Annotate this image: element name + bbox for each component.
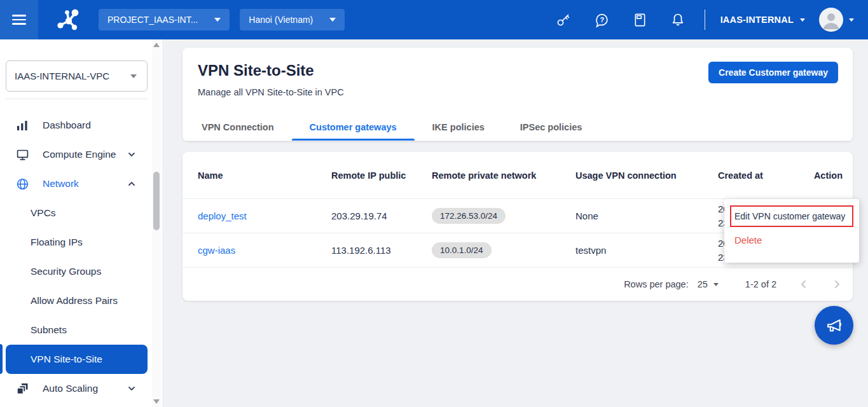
menu-item-delete[interactable]: Delete bbox=[724, 227, 859, 252]
feedback-fab-button[interactable] bbox=[815, 306, 853, 345]
support-chat-icon: ? bbox=[594, 12, 610, 28]
caret-down-icon bbox=[130, 74, 137, 78]
column-header-created-at: Created at bbox=[718, 170, 797, 181]
tab-bar: VPN Connection Customer gateways IKE pol… bbox=[183, 113, 853, 141]
pagination-bar: Rows per page: 25 1-2 of 2 bbox=[183, 267, 853, 301]
layered-squares-icon bbox=[15, 382, 30, 395]
avatar bbox=[819, 8, 843, 32]
app-logo[interactable] bbox=[38, 6, 99, 33]
app-logo-molecule-icon bbox=[55, 6, 82, 33]
notification-bell-icon bbox=[670, 12, 685, 27]
caret-down-icon bbox=[849, 18, 854, 22]
sidebar-divider bbox=[6, 99, 148, 99]
column-header-usage-vpn-connection: Usage VPN connection bbox=[575, 170, 718, 181]
chevron-right-icon bbox=[831, 279, 843, 290]
previous-page-button[interactable] bbox=[798, 279, 809, 290]
sidebar-item-subnets[interactable]: Subnets bbox=[0, 315, 151, 345]
documentation-button[interactable] bbox=[633, 13, 647, 27]
sidebar-item-label: Allow Address Pairs bbox=[31, 295, 118, 307]
scroll-up-arrow-icon[interactable] bbox=[153, 43, 160, 47]
project-selector[interactable]: PROJECT_IAAS-INT... bbox=[99, 9, 230, 31]
region-selector-label: Hanoi (Vietnam) bbox=[249, 15, 313, 25]
scroll-down-arrow-icon[interactable] bbox=[153, 399, 160, 404]
sidebar-item-label: Auto Scaling bbox=[43, 383, 98, 394]
account-label: IAAS-INTERNAL bbox=[720, 15, 794, 25]
sidebar-item-label: VPN Site-to-Site bbox=[31, 354, 102, 365]
topbar-divider bbox=[705, 10, 705, 30]
gateway-name-link[interactable]: deploy_test bbox=[198, 210, 247, 221]
column-header-remote-ip: Remote IP public bbox=[331, 170, 432, 181]
dashboard-bars-icon bbox=[15, 119, 30, 132]
caret-down-icon bbox=[800, 18, 805, 22]
chevron-down-icon bbox=[127, 384, 136, 393]
sidebar-item-label: Compute Engine bbox=[43, 149, 116, 160]
usage-vpn-connection-value: None bbox=[575, 210, 718, 221]
row-action-context-menu: Edit VPN customer gateway Delete bbox=[724, 199, 859, 263]
rows-per-page-label: Rows per page: bbox=[624, 279, 689, 289]
topbar-right-actions: ? IAAS-INTERNAL bbox=[533, 8, 868, 32]
sidebar-item-label: Dashboard bbox=[43, 120, 91, 131]
sidebar-item-allow-address-pairs[interactable]: Allow Address Pairs bbox=[0, 286, 151, 315]
hamburger-menu-button[interactable] bbox=[0, 0, 38, 39]
avatar-person-icon bbox=[819, 8, 843, 32]
notifications-button[interactable] bbox=[670, 12, 685, 27]
page-header-card: VPN Site-to-Site Manage all VPN Site-to-… bbox=[183, 48, 853, 141]
svg-text:?: ? bbox=[600, 16, 604, 24]
region-selector[interactable]: Hanoi (Vietnam) bbox=[240, 9, 345, 31]
sidebar-item-label: Floating IPs bbox=[31, 237, 83, 248]
project-selector-label: PROJECT_IAAS-INT... bbox=[107, 15, 198, 25]
sidebar-item-auto-scaling[interactable]: Auto Scaling bbox=[0, 374, 151, 403]
key-icon bbox=[556, 12, 571, 27]
active-item-edge-indicator bbox=[0, 344, 3, 374]
vpc-selector[interactable]: IAAS-INTERNAL-VPC bbox=[6, 60, 148, 92]
sidebar-scrollbar[interactable] bbox=[152, 39, 161, 407]
sidebar-item-network[interactable]: Network bbox=[0, 169, 151, 198]
sidebar-item-dashboard[interactable]: Dashboard bbox=[0, 111, 151, 140]
avatar-menu-button[interactable] bbox=[819, 8, 854, 32]
sidebar-item-label: Security Groups bbox=[31, 266, 101, 277]
caret-down-icon bbox=[329, 18, 336, 22]
monitor-icon bbox=[15, 148, 30, 162]
caret-down-icon bbox=[713, 283, 719, 286]
table-header-row: Name Remote IP public Remote private net… bbox=[183, 152, 853, 198]
menu-item-edit-vpn-customer-gateway[interactable]: Edit VPN customer gateway bbox=[730, 205, 853, 227]
account-menu-button[interactable]: IAAS-INTERNAL bbox=[720, 15, 805, 25]
remote-ip-value: 113.192.6.113 bbox=[331, 245, 432, 256]
support-button[interactable]: ? bbox=[594, 12, 610, 28]
globe-icon bbox=[15, 177, 30, 191]
sidebar-nav: Dashboard Compute Engine bbox=[0, 111, 151, 403]
topbar: PROJECT_IAAS-INT... Hanoi (Vietnam) ? bbox=[0, 0, 868, 39]
next-page-button[interactable] bbox=[831, 279, 843, 290]
tab-vpn-connection[interactable]: VPN Connection bbox=[184, 113, 292, 141]
tab-ike-policies[interactable]: IKE policies bbox=[415, 113, 502, 141]
scrollbar-thumb[interactable] bbox=[153, 172, 160, 230]
tab-ipsec-policies[interactable]: IPSec policies bbox=[502, 113, 600, 141]
gateway-name-link[interactable]: cgw-iaas bbox=[198, 245, 235, 256]
sidebar-item-label: VPCs bbox=[31, 207, 56, 219]
rows-per-page-select[interactable]: 25 bbox=[698, 279, 719, 289]
caret-down-icon bbox=[214, 18, 221, 22]
sidebar-item-label: Network bbox=[43, 178, 79, 190]
sidebar-item-compute-engine[interactable]: Compute Engine bbox=[0, 140, 151, 169]
remote-private-network-chip: 10.0.1.0/24 bbox=[432, 242, 492, 258]
column-header-action: Action bbox=[797, 170, 843, 181]
create-customer-gateway-button[interactable]: Create Customer gateway bbox=[708, 62, 838, 83]
sidebar-item-vpcs[interactable]: VPCs bbox=[0, 198, 151, 228]
remote-private-network-chip: 172.26.53.0/24 bbox=[432, 208, 506, 224]
sidebar-item-security-groups[interactable]: Security Groups bbox=[0, 257, 151, 286]
tab-customer-gateways[interactable]: Customer gateways bbox=[292, 113, 415, 141]
sidebar-item-vpn-site-to-site[interactable]: VPN Site-to-Site bbox=[6, 345, 148, 374]
usage-vpn-connection-value: testvpn bbox=[575, 245, 718, 256]
sidebar-item-label: Subnets bbox=[31, 324, 67, 336]
vpc-selector-label: IAAS-INTERNAL-VPC bbox=[15, 71, 109, 81]
remote-ip-value: 203.29.19.74 bbox=[331, 210, 432, 221]
chevron-down-icon bbox=[127, 150, 136, 159]
sidebar-item-floating-ips[interactable]: Floating IPs bbox=[0, 228, 151, 257]
chevron-up-icon bbox=[127, 179, 136, 188]
column-header-remote-private-network: Remote private network bbox=[432, 170, 575, 181]
docs-book-icon bbox=[633, 13, 647, 27]
rows-per-page-value: 25 bbox=[698, 279, 708, 289]
column-header-name: Name bbox=[198, 170, 331, 181]
pagination-range-label: 1-2 of 2 bbox=[745, 279, 776, 289]
api-key-button[interactable] bbox=[556, 12, 571, 27]
